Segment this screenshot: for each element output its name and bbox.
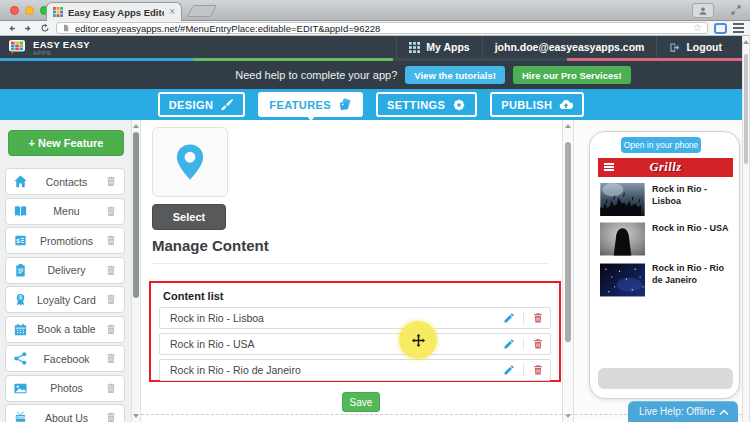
address-bar[interactable]: editor.easyeasyapps.net/#MenuEntryPlace:… [56,22,708,34]
sidebar-item-promotions[interactable]: Promotions [5,227,125,254]
delete-trash-icon[interactable] [532,312,544,324]
hire-pro-services-button[interactable]: Hire our Pro Services! [513,66,631,84]
logout-icon [669,42,680,53]
bookmark-star-icon[interactable]: ☆ [693,23,702,33]
concert-crowd-photo [600,183,645,216]
content-row-title: Rock in Rio - Rio de Janeiro [170,364,503,376]
app-title: Grillz [649,160,681,175]
move-arrows-icon [412,334,425,347]
trash-icon[interactable] [105,411,117,422]
forward-button[interactable] [23,23,34,34]
gear-icon [452,98,466,112]
tab-features[interactable]: FEATURES [258,92,363,117]
brand-line2: APPS [33,50,90,56]
sidebar-item-label: Delivery [28,264,105,276]
sidebar-item-label: Facebook [28,353,105,365]
save-button[interactable]: Save [342,392,380,412]
fullscreen-button[interactable] [730,4,742,16]
night-stage-photo [600,262,645,298]
browser-tab[interactable]: Easy Easy Apps Editor × [46,2,182,21]
app-header: EASY EASY APPS My Apps john.doe@easyeasy… [0,36,742,58]
scrollbar-thumb[interactable] [133,132,139,298]
view-tutorials-button[interactable]: View the tutorials! [405,66,505,84]
sidebar-item-book-a-table[interactable]: Book a table [5,316,125,343]
phone-list-item-rio[interactable]: Rock in Rio - Rio de Janeiro [598,256,733,298]
chevron-up-icon [719,409,729,415]
scrollbar-thumb[interactable] [565,142,571,342]
scroll-up-arrow[interactable] [743,40,749,44]
scroll-down-arrow[interactable] [133,414,139,418]
trash-icon[interactable] [105,382,117,395]
content-row-lisboa[interactable]: Rock in Rio - Lisboa [159,307,551,329]
content-row-rio-de-janeiro[interactable]: Rock in Rio - Rio de Janeiro [159,359,551,381]
tab-settings-label: SETTINGS [387,99,445,111]
phone-screen: Grillz Rock in Rio - Lisboa Rock in Rio … [598,158,733,369]
tab-close-icon[interactable]: × [169,7,175,17]
new-feature-button[interactable]: + New Feature [8,130,124,156]
sidebar-item-contacts[interactable]: Contacts [5,168,125,195]
action-divider [523,312,524,324]
open-sign-icon [13,410,28,422]
content-scrollbar[interactable] [562,120,574,422]
phone-list-item-usa[interactable]: Rock in Rio - USA [598,216,733,256]
sidebar-item-about-us[interactable]: About Us [5,404,125,422]
edit-pencil-icon[interactable] [503,312,515,324]
trash-icon[interactable] [105,234,117,247]
sidebar-item-loyalty-card[interactable]: Loyalty Card [5,286,125,313]
edit-pencil-icon[interactable] [503,364,515,376]
select-icon-button[interactable]: Select [152,204,226,230]
content-list-annotation-box: Content list Rock in Rio - Lisboa Rock i… [149,281,561,382]
trash-icon[interactable] [105,264,117,277]
extension-icon[interactable] [714,23,727,34]
phone-item-title: Rock in Rio - Rio de Janeiro [652,262,731,298]
scroll-up-arrow[interactable] [565,124,571,128]
tab-favicon [53,7,63,17]
phone-item-title: Rock in Rio - Lisboa [652,183,731,216]
content-row-title: Rock in Rio - Lisboa [170,312,503,324]
content-row-usa[interactable]: Rock in Rio - USA [159,333,551,355]
hamburger-menu-icon[interactable] [604,163,614,172]
browser-profile-button[interactable] [692,3,714,18]
tab-design-label: DESIGN [169,99,214,111]
trash-icon[interactable] [105,293,117,306]
features-sidebar: + New Feature Contacts Menu Promotions D… [0,120,131,422]
scrollbar-thumb[interactable] [744,54,748,164]
my-apps-button[interactable]: My Apps [396,36,481,58]
trash-icon[interactable] [105,205,117,218]
back-button[interactable] [6,23,17,34]
trash-icon[interactable] [105,352,117,365]
browser-menu-icon[interactable] [733,23,744,33]
sidebar-scrollbar[interactable] [131,120,141,422]
open-in-phone-button[interactable]: Open in your phone [621,137,701,153]
scroll-up-arrow[interactable] [133,124,139,128]
delete-trash-icon[interactable] [532,364,544,376]
page-scrollbar[interactable] [742,36,750,422]
reload-button[interactable] [40,23,50,33]
sidebar-item-photos[interactable]: Photos [5,375,125,402]
edit-pencil-icon[interactable] [503,338,515,350]
tab-settings[interactable]: SETTINGS [376,92,477,117]
sidebar-item-label: Contacts [28,176,105,188]
new-tab-button[interactable] [187,5,217,17]
tab-publish[interactable]: PUBLISH [490,92,584,117]
delete-trash-icon[interactable] [532,338,544,350]
user-email: john.doe@easyeasyapps.com [495,41,645,53]
logout-button[interactable]: Logout [656,36,734,58]
window-close-button[interactable] [10,6,19,15]
sidebar-item-label: Book a table [28,323,105,335]
trash-icon[interactable] [105,175,117,188]
tab-design[interactable]: DESIGN [158,92,246,117]
manage-content-heading: Manage Content [152,237,269,254]
feature-icon-preview[interactable] [152,127,228,197]
user-email-menu[interactable]: john.doe@easyeasyapps.com [482,36,657,58]
trash-icon[interactable] [105,323,117,336]
url-text: editor.easyeasyapps.net/#MenuEntryPlace:… [75,23,688,34]
content-row-title: Rock in Rio - USA [170,338,503,350]
silhouette-smoke-photo [600,222,645,256]
sidebar-item-facebook[interactable]: Facebook [5,345,125,372]
sidebar-item-delivery[interactable]: Delivery [5,257,125,284]
phone-list-item-lisboa[interactable]: Rock in Rio - Lisboa [598,177,733,216]
sidebar-item-menu[interactable]: Menu [5,198,125,225]
live-help-bar[interactable]: Live Help: Offline [628,401,738,422]
window-minimize-button[interactable] [25,6,34,15]
